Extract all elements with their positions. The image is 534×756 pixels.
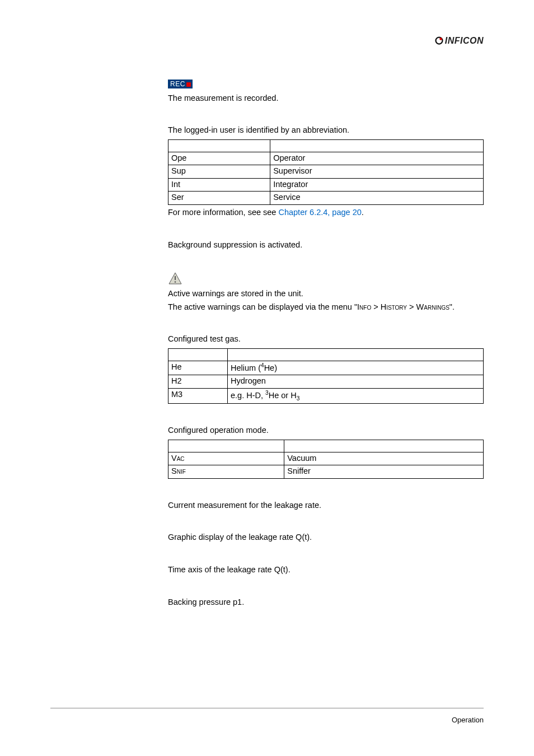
footer-divider [50, 708, 484, 708]
section-warnings: Active warnings are stored in the unit. … [168, 272, 484, 312]
section-background: Background suppression is activated. [168, 240, 484, 251]
user-table: Ope Operator Sup Supervisor Int Integrat… [168, 139, 484, 205]
brand-logo: INFICON [435, 35, 484, 47]
brand-mark-icon [435, 36, 443, 45]
mode-table: Vac Vacuum Snif Sniffer [168, 440, 484, 479]
back-text: Backing pressure p1. [168, 597, 484, 608]
section-operation-mode: Configured operation mode. Vac Vacuum Sn… [168, 425, 484, 479]
footer-label: Operation [452, 715, 484, 725]
user-abbr: Int [168, 178, 270, 192]
svg-point-4 [175, 281, 176, 283]
user-role: Integrator [270, 178, 484, 192]
gas-code: M3 [168, 388, 228, 403]
section-time-axis: Time axis of the leakage rate Q(t). [168, 564, 484, 576]
brand-name: INFICON [445, 35, 484, 47]
mode-code: Snif [168, 465, 284, 479]
section-leak-rate: Current measurement for the leakage rate… [168, 500, 484, 511]
table-row: Ope Operator [168, 152, 484, 165]
table-row: Ser Service [168, 192, 484, 205]
user-role: Service [270, 192, 484, 205]
user-abbr: Ope [168, 152, 270, 165]
mode-name: Sniffer [284, 465, 484, 479]
section-backing-pressure: Backing pressure p1. [168, 597, 484, 608]
warnings-line2: The active warnings can be displayed via… [168, 302, 484, 313]
table-row: H2 Hydrogen [168, 375, 484, 389]
chapter-link[interactable]: Chapter 6.2.4, page 20 [278, 208, 361, 217]
section-recording: REC The measurement is recorded. [168, 78, 484, 104]
user-role: Supervisor [270, 165, 484, 179]
gas-code: H2 [168, 375, 228, 389]
svg-point-1 [439, 38, 442, 41]
section-graphic: Graphic display of the leakage rate Q(t)… [168, 532, 484, 543]
rec-icon: REC [168, 80, 193, 88]
time-text: Time axis of the leakage rate Q(t). [168, 564, 484, 576]
user-text: The logged-in user is identified by an a… [168, 125, 484, 136]
table-row: Sup Supervisor [168, 165, 484, 179]
table-row: He Helium (4He) [168, 361, 484, 375]
gas-text: Configured test gas. [168, 334, 484, 345]
mode-text: Configured operation mode. [168, 425, 484, 436]
table-row: M3 e.g. H-D, 3He or H3 [168, 388, 484, 403]
leak-text: Current measurement for the leakage rate… [168, 500, 484, 511]
gas-name: e.g. H-D, 3He or H3 [228, 388, 484, 403]
background-text: Background suppression is activated. [168, 240, 484, 251]
section-user: The logged-in user is identified by an a… [168, 125, 484, 218]
gas-code: He [168, 361, 228, 375]
table-row: Int Integrator [168, 178, 484, 192]
gas-name: Helium (4He) [228, 361, 484, 375]
user-more-info: For more information, see see Chapter 6.… [168, 207, 484, 218]
more-prefix: For more information, see see [168, 208, 278, 217]
more-suffix: . [362, 208, 364, 217]
graph-text: Graphic display of the leakage rate Q(t)… [168, 532, 484, 543]
section-test-gas: Configured test gas. He Helium (4He) H2 … [168, 334, 484, 404]
table-row: Snif Sniffer [168, 465, 484, 479]
gas-table: He Helium (4He) H2 Hydrogen M3 e.g. H-D,… [168, 348, 484, 404]
mode-name: Vacuum [284, 452, 484, 465]
table-row: Vac Vacuum [168, 452, 484, 465]
warnings-line1: Active warnings are stored in the unit. [168, 288, 484, 300]
user-abbr: Sup [168, 165, 270, 179]
user-abbr: Ser [168, 192, 270, 205]
gas-name: Hydrogen [228, 375, 484, 389]
user-role: Operator [270, 152, 484, 165]
warning-icon [168, 272, 484, 285]
mode-code: Vac [168, 452, 284, 465]
recording-text: The measurement is recorded. [168, 93, 484, 104]
